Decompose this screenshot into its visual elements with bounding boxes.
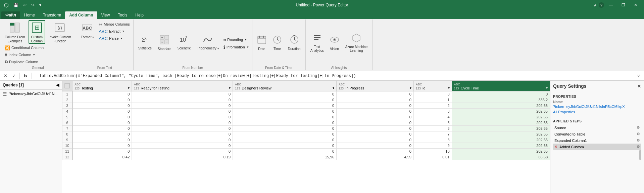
custom-column-button[interactable]: ⊞ CustomColumn (29, 20, 45, 44)
cell-testing: 0 (72, 131, 132, 137)
cell-in-progress: 0 (337, 109, 414, 114)
cell-in-progress: 0 (337, 114, 414, 120)
tab-help[interactable]: Help (131, 11, 148, 19)
svg-text:2: 2 (185, 36, 187, 40)
information-button[interactable]: ℹ Information ▾ (222, 44, 250, 50)
col-header-cycle-time[interactable]: ABC123 Cycle Time ▾ (452, 81, 550, 91)
vision-button[interactable]: Vision (327, 33, 342, 52)
testing-filter-btn[interactable]: ▾ (128, 86, 130, 90)
minimize-button[interactable]: — (605, 0, 617, 10)
col-header-id[interactable]: ABC123 id ▾ (413, 81, 452, 91)
text-analytics-button[interactable]: TextAnalytics (308, 33, 327, 52)
ip-filter-btn[interactable]: ▾ (410, 86, 411, 90)
dr-filter-btn[interactable]: ▾ (333, 86, 334, 90)
app-title: Untitled - Power Query Editor (296, 3, 348, 7)
ribbon-group-general: Column FromExamples ⊞ CustomColumn ⟨/⟩ I… (0, 20, 76, 70)
formula-input[interactable]: = Table.AddColumn(#"Expanded Column1", "… (33, 74, 635, 78)
applied-steps-section-title: APPLIED STEPS (553, 119, 641, 123)
duration-button[interactable]: Duration (285, 33, 303, 52)
help-button[interactable]: ? (599, 2, 604, 8)
id-col-label: id (423, 86, 426, 90)
col-header-designers-review[interactable]: ABC123 Designers Review ▾ (233, 81, 337, 91)
col-header-ready-for-testing[interactable]: ABC123 Ready for Testing ▾ (132, 81, 233, 91)
date-button[interactable]: Date (254, 33, 269, 52)
statistics-button[interactable]: ΣΧ Statistics (136, 33, 154, 52)
format-button[interactable]: ABC Format ▾ (78, 20, 97, 44)
cell-cycle-time: 202,65 (452, 114, 550, 120)
step-converted-to-table[interactable]: Converted to Table ⚙ (553, 131, 641, 137)
close-button[interactable]: ✕ (630, 0, 641, 10)
information-label: Information (227, 45, 245, 49)
cell-testing: 0 (72, 109, 132, 114)
table-row: 3 0 0 0 0 2 202,65 (62, 103, 550, 109)
step-source-gear[interactable]: ⚙ (637, 125, 640, 130)
rft-filter-btn[interactable]: ▾ (229, 86, 231, 90)
conditional-column-button[interactable]: 🔀 Conditional Column (3, 44, 45, 51)
col-header-in-progress[interactable]: ABC123 In Progress ▾ (337, 81, 414, 91)
formula-cancel-button[interactable]: ✕ (1, 72, 10, 79)
save-icon[interactable]: 💾 (12, 2, 20, 8)
duplicate-column-button[interactable]: ⧉ Duplicate Column (3, 59, 45, 65)
cell-cycle-time: 202,65 (452, 126, 550, 131)
conditional-column-label: Conditional Column (11, 46, 44, 50)
step-converted-gear[interactable]: ⚙ (637, 132, 640, 136)
parse-button[interactable]: ABC Parse ▾ (97, 35, 131, 42)
maximize-button[interactable]: ❐ (617, 0, 629, 10)
merge-columns-button[interactable]: ⇔ Merge Columns (97, 21, 131, 28)
table-row: 5 0 0 0 0 4 202,65 (62, 114, 550, 120)
data-grid[interactable]: ABC123 Testing ▾ ABC123 Ready for Testin… (62, 81, 550, 193)
redo-icon[interactable]: ↪ (30, 2, 36, 8)
rounding-button[interactable]: ≈ Rounding ▾ (222, 36, 250, 43)
duplicate-column-icon: ⧉ (5, 59, 8, 65)
table-row: 1 0 0 0 0 0 0 (62, 91, 550, 97)
undo-icon[interactable]: ↩ (22, 2, 28, 8)
formula-confirm-button[interactable]: ✓ (10, 72, 18, 79)
sidebar-collapse-icon[interactable]: ◀ (56, 83, 59, 87)
all-properties-link[interactable]: All Properties (553, 110, 641, 114)
text-analytics-label: TextAnalytics (310, 45, 324, 52)
duration-icon (290, 35, 299, 46)
name-property-label: Name (553, 100, 641, 104)
cell-cycle-time: 0 (452, 91, 550, 97)
invoke-custom-function-button[interactable]: ⟨/⟩ Invoke CustomFunction (46, 20, 74, 44)
step-added-custom-gear[interactable]: ⚙ (637, 145, 640, 149)
tab-transform[interactable]: Transform (39, 11, 65, 19)
tab-tools[interactable]: Tools (114, 11, 131, 19)
tab-home[interactable]: Home (20, 11, 39, 19)
trigonometry-button[interactable]: Trigonometry ▾ (194, 33, 221, 52)
cell-ready-for-testing: 0 (132, 143, 233, 149)
cell-ready-for-testing: 0 (132, 114, 233, 120)
cell-testing: 0 (72, 91, 132, 97)
duplicate-column-label: Duplicate Column (9, 60, 38, 64)
cell-ready-for-testing: 0 (132, 126, 233, 131)
column-from-examples-button[interactable]: Column FromExamples (2, 20, 28, 44)
id-filter-btn[interactable]: ▾ (448, 86, 450, 90)
col-header-testing[interactable]: ABC123 Testing ▾ (72, 81, 132, 91)
table-row: 8 0 0 0 0 7 202,65 (62, 131, 550, 137)
sidebar-item-query1[interactable]: ☰ ?token=eyJhbGciOiJIUzI1N... (0, 90, 62, 98)
tab-file[interactable]: Файл (1, 11, 20, 19)
formula-expand-button[interactable]: ∨ (635, 72, 643, 79)
query-settings-close-button[interactable]: ✕ (637, 83, 641, 89)
azure-ml-button[interactable]: Azure MachineLearning (343, 33, 370, 52)
standard-button[interactable]: +-×÷ Standard (155, 33, 174, 52)
ribbon-group-content-from-text: ABC Format ▾ ⇔ Merge Columns ABC Extract… (78, 20, 131, 65)
tab-add-column[interactable]: Add Column (65, 11, 97, 19)
scientific-button[interactable]: 102 Scientific (175, 33, 193, 52)
time-button[interactable]: Time (270, 33, 285, 52)
tab-view[interactable]: View (97, 11, 114, 19)
step-added-custom[interactable]: ✕ Added Custom ⚙ (553, 144, 641, 150)
extract-button[interactable]: ABC Extract ▾ (97, 28, 131, 35)
index-column-icon: # (5, 52, 7, 57)
ct-filter-btn[interactable]: ▾ (546, 86, 548, 90)
step-expanded-gear[interactable]: ⚙ (637, 138, 640, 143)
name-property-value[interactable]: ?token=eyJhbGciOiJIUzI1NilsInR5cCI6IkpX (553, 105, 641, 109)
app-icon: ⬡ (3, 1, 10, 9)
step-expanded-column1[interactable]: Expanded Column1 ⚙ (553, 137, 641, 144)
collapse-ribbon-icon[interactable]: ∧ (592, 2, 598, 8)
step-source[interactable]: Source ⚙ (553, 124, 641, 131)
table-row: 7 0 0 0 0 6 202,65 (62, 126, 550, 131)
index-column-button[interactable]: # Index Column ▾ (3, 51, 45, 58)
right-panel-scrollbar[interactable] (639, 150, 641, 160)
more-icon[interactable]: ▾ (38, 2, 43, 8)
